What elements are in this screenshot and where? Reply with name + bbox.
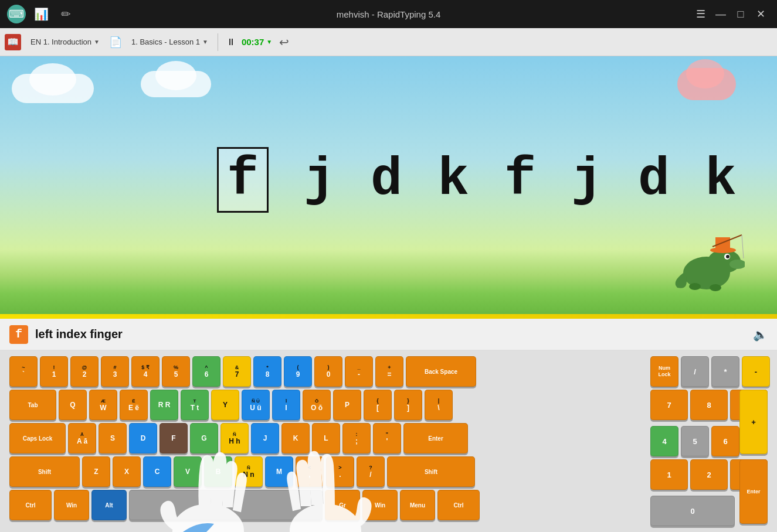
- key-t[interactable]: TT t: [181, 390, 209, 420]
- key-w[interactable]: ÆW: [89, 390, 117, 420]
- maximize-button[interactable]: □: [731, 5, 750, 23]
- key-r[interactable]: R R: [150, 390, 178, 420]
- key-k[interactable]: K: [281, 423, 310, 453]
- key-h[interactable]: ÑH h: [220, 423, 249, 453]
- key-m[interactable]: M: [265, 456, 293, 487]
- toolbar: 📖 EN 1. Introduction ▼ 📄 1. Basics - Les…: [0, 28, 777, 56]
- key-lalt[interactable]: Alt: [91, 490, 127, 520]
- pink-cloud-b: [686, 59, 724, 88]
- numpad-row-3: 1 2 3 Enter: [650, 459, 768, 490]
- key-space[interactable]: [129, 490, 323, 520]
- close-button[interactable]: ✕: [751, 5, 770, 23]
- key-quote[interactable]: "': [373, 423, 401, 453]
- key-4[interactable]: $ ₹4: [131, 356, 160, 387]
- finger-label: left index finger: [35, 328, 123, 341]
- minimize-button[interactable]: —: [711, 5, 730, 23]
- key-equals[interactable]: +=: [375, 356, 403, 387]
- key-o[interactable]: ŌO ō: [303, 390, 331, 420]
- key-6[interactable]: ^6: [192, 356, 220, 387]
- key-c[interactable]: C: [143, 456, 171, 487]
- key-enter[interactable]: Enter: [403, 423, 468, 453]
- key-s[interactable]: S: [99, 423, 127, 453]
- np-1[interactable]: 1: [650, 459, 688, 490]
- key-rbracket[interactable]: }]: [394, 390, 422, 420]
- key-d[interactable]: D: [129, 423, 157, 453]
- key-g[interactable]: G: [190, 423, 218, 453]
- key-a[interactable]: ĀA ā: [68, 423, 96, 453]
- key-z[interactable]: Z: [82, 456, 110, 487]
- key-n[interactable]: ÑN n: [235, 456, 263, 487]
- np-add[interactable]: +: [739, 390, 768, 454]
- key-rshift[interactable]: Shift: [387, 456, 475, 487]
- np-5[interactable]: 5: [681, 426, 709, 456]
- key-i[interactable]: ĪI: [272, 390, 300, 420]
- key-rwin[interactable]: Win: [362, 490, 398, 520]
- key-comma[interactable]: <,: [296, 456, 324, 487]
- key-9[interactable]: (9: [284, 356, 312, 387]
- key-lshift[interactable]: Shift: [9, 456, 80, 487]
- key-f[interactable]: F: [160, 423, 188, 453]
- np-8[interactable]: 8: [690, 390, 728, 420]
- np-enter[interactable]: Enter: [739, 459, 768, 524]
- np-multiply[interactable]: *: [711, 356, 739, 387]
- menu-button[interactable]: ☰: [691, 5, 710, 23]
- key-backspace[interactable]: Back Space: [406, 356, 476, 387]
- number-row: ~` !1 @2 #3 $ ₹4 %5 ^6 &7 *8 (9 )0 _- +=…: [9, 356, 643, 387]
- np-divide[interactable]: /: [681, 356, 709, 387]
- key-lwin[interactable]: Win: [54, 490, 89, 520]
- key-8[interactable]: *8: [253, 356, 281, 387]
- lesson-label: 1. Basics - Lesson 1: [131, 37, 200, 46]
- lesson-dropdown[interactable]: 1. Basics - Lesson 1 ▼: [127, 35, 213, 49]
- key-backtick[interactable]: ~`: [9, 356, 38, 387]
- typing-display: f j d k f j d k: [0, 147, 777, 213]
- title-bar: ⌨ 📊 ✏ mehvish - RapidTyping 5.4 ☰ — □ ✕: [0, 0, 777, 28]
- key-p[interactable]: P: [333, 390, 361, 420]
- np-numlock[interactable]: NumLock: [650, 356, 678, 387]
- asdf-row: Caps Lock ĀA ā S D F G ÑH h J K L :; "' …: [9, 423, 643, 453]
- key-semicolon[interactable]: :;: [342, 423, 371, 453]
- key-lctrl[interactable]: Ctrl: [9, 490, 52, 520]
- svg-line-8: [742, 235, 744, 258]
- key-rctrl[interactable]: Ctrl: [437, 490, 480, 520]
- key-x[interactable]: X: [113, 456, 141, 487]
- key-lbracket[interactable]: {[: [364, 390, 392, 420]
- key-q[interactable]: Q: [59, 390, 87, 420]
- key-1[interactable]: !1: [40, 356, 68, 387]
- zxcv-row: Shift Z X C V B ÑN n M <, >. ?/ Shift: [9, 456, 643, 487]
- cloud-2b: [155, 61, 196, 90]
- course-icon: 📖: [5, 34, 21, 50]
- np-0[interactable]: 0: [650, 496, 735, 526]
- key-v[interactable]: V: [174, 456, 202, 487]
- key-2[interactable]: @2: [70, 356, 99, 387]
- key-period[interactable]: >.: [326, 456, 354, 487]
- key-b[interactable]: B: [204, 456, 232, 487]
- key-0[interactable]: )0: [314, 356, 342, 387]
- key-capslock[interactable]: Caps Lock: [9, 423, 66, 453]
- key-slash[interactable]: ?/: [357, 456, 385, 487]
- np-4[interactable]: 4: [650, 426, 678, 456]
- speaker-icon[interactable]: 🔈: [753, 328, 768, 342]
- np-7[interactable]: 7: [650, 390, 688, 420]
- key-u[interactable]: Ñ ÜU ü: [242, 390, 270, 420]
- key-j[interactable]: J: [251, 423, 279, 453]
- key-y[interactable]: Y: [211, 390, 239, 420]
- key-backslash[interactable]: |\: [425, 390, 453, 420]
- key-e[interactable]: ËE ë: [120, 390, 148, 420]
- char-7: k: [705, 150, 737, 210]
- np-2[interactable]: 2: [690, 459, 728, 490]
- key-l[interactable]: L: [312, 423, 340, 453]
- key-3[interactable]: #3: [101, 356, 129, 387]
- key-tab[interactable]: Tab: [9, 390, 56, 420]
- course-dropdown[interactable]: EN 1. Introduction ▼: [26, 35, 104, 49]
- key-5[interactable]: %5: [162, 356, 190, 387]
- key-7[interactable]: &7: [223, 356, 251, 387]
- key-menu[interactable]: Menu: [400, 490, 435, 520]
- key-minus[interactable]: _-: [345, 356, 373, 387]
- undo-button[interactable]: ↩: [274, 33, 294, 52]
- key-gr[interactable]: Gr: [325, 490, 360, 520]
- np-subtract[interactable]: -: [742, 356, 770, 387]
- chart-icon[interactable]: 📊: [32, 5, 50, 23]
- np-6[interactable]: 6: [711, 426, 739, 456]
- pause-button[interactable]: ⏸: [223, 35, 239, 50]
- edit-icon[interactable]: ✏: [56, 5, 75, 23]
